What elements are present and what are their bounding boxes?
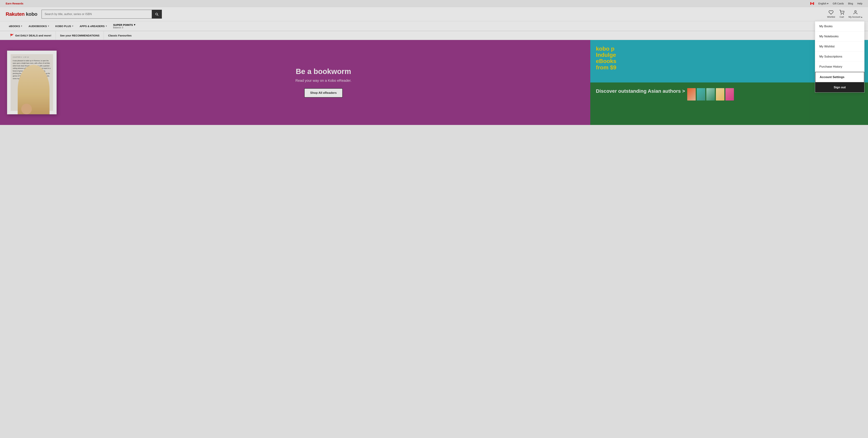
dropdown-account-settings[interactable]: Account Settings: [815, 72, 864, 83]
dropdown-purchase-history[interactable]: Purchase History: [815, 62, 864, 72]
dropdown-my-subscriptions[interactable]: My Subscriptions: [815, 52, 864, 62]
account-dropdown: My Books My Notebooks My Wishlist My Sub…: [815, 21, 865, 92]
dropdown-sign-out[interactable]: Sign out: [815, 83, 864, 92]
dropdown-my-wishlist[interactable]: My Wishlist: [815, 41, 864, 52]
dropdown-dim-overlay: [0, 0, 868, 125]
dropdown-my-books[interactable]: My Books: [815, 22, 864, 31]
dropdown-my-notebooks[interactable]: My Notebooks: [815, 31, 864, 41]
